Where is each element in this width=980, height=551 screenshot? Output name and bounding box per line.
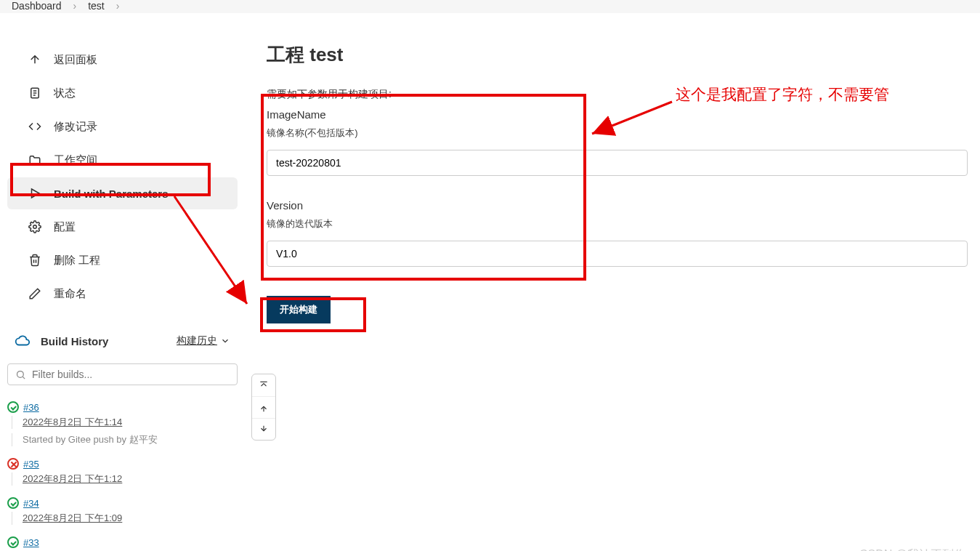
build-item[interactable]: #36 2022年8月2日 下午1:14 Started by Gitee pu… [7, 397, 238, 454]
svg-point-6 [17, 371, 24, 377]
sidebar-item-label: Build with Parameters [54, 188, 169, 200]
status-success-icon [7, 497, 19, 509]
chevron-down-icon [220, 336, 230, 346]
svg-line-7 [23, 377, 25, 379]
param-input-version[interactable] [267, 241, 968, 267]
sidebar-item-label: 修改记录 [54, 120, 97, 134]
sidebar-item-label: 配置 [54, 220, 76, 234]
chevron-right-icon: › [116, 0, 120, 12]
params-intro: 需要如下参数用于构建项目: [267, 88, 980, 101]
build-history-header: Build History 构建历史 [0, 324, 245, 358]
param-input-imagename[interactable] [267, 150, 968, 176]
build-item[interactable]: #33 2022年8月2日 下午1:01 [7, 532, 238, 551]
play-icon [28, 186, 42, 201]
chevron-right-icon: › [73, 0, 77, 12]
sidebar: 返回面板 状态 修改记录 工作空间 Build with Parameters [0, 13, 245, 551]
breadcrumb: Dashboard › test › [0, 0, 980, 13]
breadcrumb-item[interactable]: Dashboard [12, 0, 62, 12]
status-success-icon [7, 401, 19, 413]
sidebar-item-label: 状态 [54, 87, 76, 100]
sidebar-item-build-params[interactable]: Build with Parameters [7, 177, 238, 209]
build-item[interactable]: #35 2022年8月2日 下午1:12 [7, 454, 238, 493]
document-icon [28, 86, 42, 100]
param-name: ImageName [267, 108, 980, 121]
svg-marker-4 [32, 189, 40, 198]
arrow-up-icon [28, 52, 42, 67]
sidebar-item-label: 删除 工程 [54, 254, 100, 268]
build-item[interactable]: #34 2022年8月2日 下午1:09 [7, 493, 238, 532]
watermark: CSDN @我认不到你 [859, 547, 965, 551]
sidebar-item-status[interactable]: 状态 [7, 77, 238, 109]
cloud-icon [15, 333, 31, 349]
sidebar-item-label: 重命名 [54, 287, 86, 301]
param-desc: 镜像的迭代版本 [267, 217, 980, 230]
search-icon [15, 369, 26, 380]
edit-icon [28, 286, 42, 301]
sidebar-item-workspace[interactable]: 工作空间 [7, 144, 238, 176]
build-button[interactable]: 开始构建 [267, 296, 331, 323]
svg-point-5 [33, 225, 37, 229]
status-success-icon [7, 536, 19, 548]
sidebar-item-configure[interactable]: 配置 [7, 211, 238, 243]
folder-icon [28, 153, 42, 167]
scroll-down-button[interactable] [252, 418, 275, 440]
sidebar-item-rename[interactable]: 重命名 [7, 278, 238, 310]
param-name: Version [267, 199, 980, 212]
page-nav-buttons [251, 374, 276, 441]
scroll-up-button[interactable] [252, 396, 275, 418]
build-list: #36 2022年8月2日 下午1:14 Started by Gitee pu… [0, 391, 245, 551]
page-title: 工程 test [267, 42, 980, 68]
param-desc: 镜像名称(不包括版本) [267, 126, 980, 140]
sidebar-item-delete[interactable]: 删除 工程 [7, 244, 238, 276]
code-icon [28, 119, 42, 134]
filter-builds [7, 363, 238, 385]
status-fail-icon [7, 458, 19, 470]
breadcrumb-item[interactable]: test [88, 0, 105, 12]
filter-input[interactable] [32, 369, 230, 380]
sidebar-item-changes[interactable]: 修改记录 [7, 110, 238, 142]
main-content: 工程 test 需要如下参数用于构建项目: ImageName 镜像名称(不包括… [245, 13, 980, 551]
sidebar-item-label: 返回面板 [54, 53, 97, 67]
gear-icon [28, 220, 42, 234]
build-trend-link[interactable]: 构建历史 [177, 334, 230, 347]
sidebar-item-back[interactable]: 返回面板 [7, 44, 238, 76]
build-history-title: Build History [41, 335, 108, 347]
sidebar-item-label: 工作空间 [54, 153, 97, 167]
scroll-top-button[interactable] [252, 374, 275, 396]
trash-icon [28, 253, 42, 268]
